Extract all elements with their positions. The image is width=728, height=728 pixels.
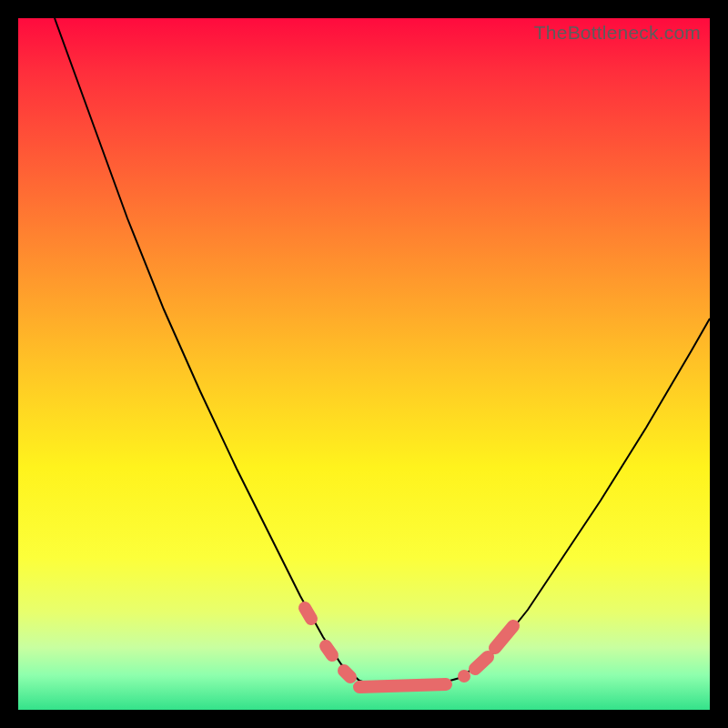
plot-area: TheBottleneck.com bbox=[18, 18, 710, 710]
highlight-segment bbox=[305, 608, 311, 619]
highlight-group bbox=[305, 608, 513, 687]
highlight-segment bbox=[344, 671, 350, 677]
curve-svg bbox=[18, 18, 710, 710]
bottleneck-curve bbox=[55, 18, 710, 687]
highlight-segment bbox=[326, 646, 332, 655]
highlight-segment bbox=[495, 626, 513, 648]
highlight-segment bbox=[475, 657, 488, 669]
highlight-point bbox=[458, 670, 470, 682]
highlight-segment bbox=[359, 684, 446, 687]
chart-frame: TheBottleneck.com bbox=[0, 0, 728, 728]
